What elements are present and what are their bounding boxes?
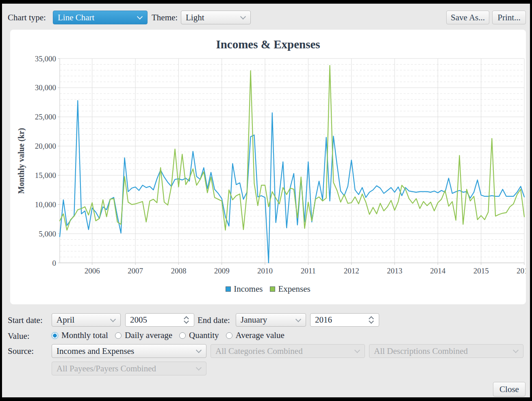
radio-average-value[interactable]: Average value xyxy=(226,330,284,340)
end-date-label: End date: xyxy=(198,315,230,325)
svg-text:2007: 2007 xyxy=(128,267,143,275)
svg-text:Monthly value (kr): Monthly value (kr) xyxy=(17,128,26,194)
end-month-value: January xyxy=(241,315,267,325)
radio-daily-average[interactable]: Daily average xyxy=(115,330,172,340)
close-button[interactable]: Close xyxy=(493,382,525,397)
radio-label: Quantity xyxy=(189,330,219,340)
chart-type-select[interactable]: Line Chart xyxy=(53,11,148,24)
svg-text:10,000: 10,000 xyxy=(35,200,56,209)
value-options: Monthly total Daily average Quantity Ave… xyxy=(52,330,284,340)
svg-text:2013: 2013 xyxy=(387,267,402,275)
chevron-down-icon xyxy=(513,347,519,353)
chevron-down-icon xyxy=(240,14,246,20)
legend-item-expenses: Expenses xyxy=(270,284,310,294)
svg-text:2010: 2010 xyxy=(257,267,273,275)
radio-icon xyxy=(115,332,122,339)
app-window-frame: Chart type: Line Chart Theme: Light Save… xyxy=(0,0,532,401)
source-value: Incomes and Expenses xyxy=(56,346,134,356)
svg-text:2016: 2016 xyxy=(517,267,526,275)
print-button[interactable]: Print... xyxy=(492,11,526,24)
chart-plot: 2006200720082009201020112012201320142015… xyxy=(10,30,526,304)
legend-label-incomes: Incomes xyxy=(234,284,263,294)
svg-text:2006: 2006 xyxy=(85,267,100,275)
end-year-spinbox[interactable]: 2016 xyxy=(310,313,379,327)
svg-text:25,000: 25,000 xyxy=(35,113,56,121)
save-as-button[interactable]: Save As... xyxy=(446,11,489,24)
chevron-down-icon xyxy=(110,316,116,322)
source-label: Source: xyxy=(8,346,34,356)
chart-panel: Incomes & Expenses 200620072008200920102… xyxy=(10,30,526,304)
svg-text:35,000: 35,000 xyxy=(35,54,56,63)
legend-item-incomes: Incomes xyxy=(226,284,263,294)
svg-text:2012: 2012 xyxy=(344,267,359,275)
theme-value: Light xyxy=(186,13,204,23)
radio-label: Daily average xyxy=(125,330,172,340)
radio-label: Average value xyxy=(236,330,284,340)
chevron-down-icon xyxy=(137,14,143,20)
start-year-value: 2005 xyxy=(130,315,147,325)
end-month-select[interactable]: January xyxy=(236,313,306,327)
chart-type-value: Line Chart xyxy=(58,13,94,23)
start-year-spinbox[interactable]: 2005 xyxy=(125,313,194,327)
radio-icon xyxy=(52,332,58,339)
svg-text:2009: 2009 xyxy=(214,267,230,275)
start-month-value: April xyxy=(56,315,74,325)
svg-text:20,000: 20,000 xyxy=(35,142,56,150)
radio-icon xyxy=(179,332,186,339)
expenses-swatch-icon xyxy=(270,286,275,292)
chevron-down-icon xyxy=(196,347,202,353)
svg-text:2014: 2014 xyxy=(430,267,446,275)
chart-type-label: Chart type: xyxy=(8,13,46,23)
theme-label: Theme: xyxy=(152,13,178,23)
radio-icon xyxy=(226,332,232,339)
svg-text:2011: 2011 xyxy=(301,267,316,275)
payee-value: All Payees/Payers Combined xyxy=(56,364,156,374)
svg-text:0: 0 xyxy=(52,259,56,267)
radio-label: Monthly total xyxy=(61,330,108,340)
svg-text:2015: 2015 xyxy=(473,267,489,275)
radio-monthly-total[interactable]: Monthly total xyxy=(52,330,108,340)
legend-label-expenses: Expenses xyxy=(278,284,310,294)
svg-text:30,000: 30,000 xyxy=(35,83,56,92)
end-year-value: 2016 xyxy=(315,315,332,325)
svg-text:5,000: 5,000 xyxy=(39,230,56,238)
svg-text:2008: 2008 xyxy=(171,267,186,275)
payee-select: All Payees/Payers Combined xyxy=(52,362,206,375)
value-label: Value: xyxy=(8,331,30,341)
chart-dialog: Chart type: Line Chart Theme: Light Save… xyxy=(2,4,530,397)
theme-select[interactable]: Light xyxy=(181,11,251,24)
category-select: All Categories Combined xyxy=(211,344,365,358)
start-month-select[interactable]: April xyxy=(52,313,121,327)
chevron-down-icon xyxy=(196,365,202,371)
chart-legend: Incomes Expenses xyxy=(10,284,526,294)
radio-quantity[interactable]: Quantity xyxy=(179,330,219,340)
category-value: All Categories Combined xyxy=(215,346,303,356)
svg-text:15,000: 15,000 xyxy=(35,171,56,180)
description-value: All Descriptions Combined xyxy=(374,346,468,356)
description-select: All Descriptions Combined xyxy=(369,344,523,358)
source-select[interactable]: Incomes and Expenses xyxy=(52,344,206,358)
chevron-down-icon xyxy=(354,347,360,353)
chevron-down-icon xyxy=(295,316,301,322)
start-date-label: Start date: xyxy=(8,315,43,325)
incomes-swatch-icon xyxy=(226,286,231,292)
